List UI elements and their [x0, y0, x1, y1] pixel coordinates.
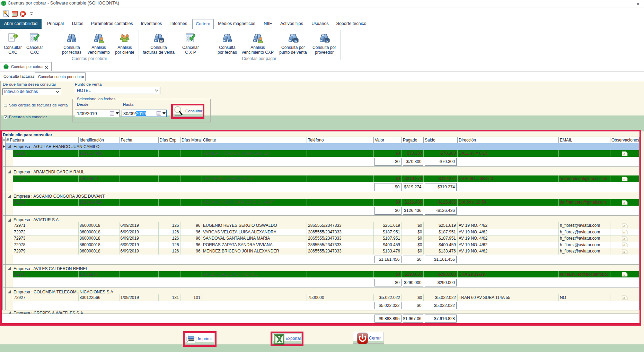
svg-text:a: a	[624, 250, 625, 254]
svg-text:a: a	[624, 237, 625, 241]
svg-text:a: a	[624, 230, 625, 234]
svg-text:ID: ID	[160, 39, 163, 42]
svg-text:ID: ID	[294, 39, 297, 42]
svg-text:a: a	[624, 296, 625, 300]
svg-text:a: a	[624, 243, 625, 247]
svg-text:a: a	[624, 177, 625, 181]
svg-text:ID: ID	[326, 39, 328, 42]
svg-text:a: a	[624, 201, 625, 205]
svg-text:a: a	[624, 224, 625, 228]
svg-text:a: a	[624, 152, 625, 156]
svg-text:a: a	[624, 273, 625, 276]
